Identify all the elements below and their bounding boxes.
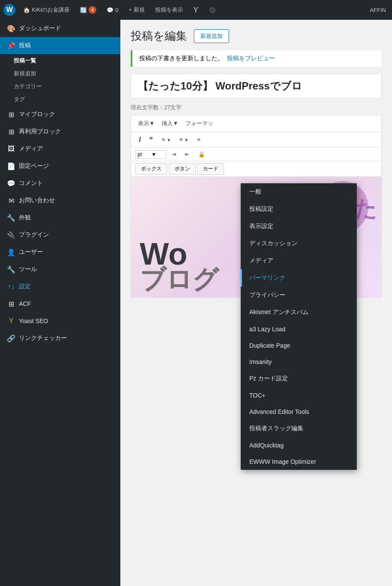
dashboard-icon: 🎨: [7, 24, 15, 33]
page-title: 投稿を編集: [131, 28, 187, 43]
sidebar-item-acf[interactable]: ⊞ ACF: [0, 295, 120, 312]
indent-button[interactable]: ⇥: [168, 149, 180, 159]
box-button[interactable]: ボックス: [135, 163, 167, 175]
settings-menu-item-general[interactable]: 一般: [241, 183, 357, 200]
posts-icon: 📌: [7, 41, 15, 50]
sidebar-item-myblocks[interactable]: ⊞ マイブロック: [0, 106, 120, 123]
settings-menu-item-duplicate[interactable]: Duplicate Page: [241, 337, 357, 354]
sidebar-item-comments[interactable]: 💬 コメント: [0, 175, 120, 192]
user-menu[interactable]: ⚫: [206, 5, 218, 15]
main-layout: 🎨 ダッシュボード 📌 投稿 投稿一覧 新規追加 カテゴリー タグ ⊞ マイブロ…: [0, 0, 392, 586]
sidebar-item-contact[interactable]: ✉ お問い合わせ: [0, 192, 120, 209]
yoast-icon: Y: [7, 317, 15, 325]
settings-menu-item-addquicktag[interactable]: AddQuicktag: [241, 437, 357, 453]
affin-link[interactable]: AFFIN: [367, 5, 389, 15]
notice-text: 投稿の下書きを更新しました。: [139, 55, 224, 62]
pages-icon: 📄: [7, 162, 15, 170]
preview-blog-text: ブログ: [140, 262, 218, 297]
sidebar-item-dashboard[interactable]: 🎨 ダッシュボード: [0, 20, 120, 37]
sidebar: 🎨 ダッシュボード 📌 投稿 投稿一覧 新規追加 カテゴリー タグ ⊞ マイブロ…: [0, 20, 120, 586]
sidebar-item-plugins[interactable]: 🔌 プラグイン: [0, 226, 120, 244]
settings-menu-item-post-settings[interactable]: 投稿設定: [241, 200, 357, 218]
more-button[interactable]: ≡: [194, 135, 204, 145]
appearance-icon: 🔧: [7, 213, 15, 222]
update-notice: 投稿の下書きを更新しました。 投稿をプレビュー: [131, 50, 382, 67]
edit-post-header: 投稿を編集 新規追加: [120, 20, 392, 50]
list-button[interactable]: ≡ ▼: [158, 135, 174, 145]
sidebar-item-posts-list[interactable]: 投稿一覧: [7, 54, 120, 67]
linkchecker-icon: 🔗: [7, 334, 15, 342]
settings-menu-item-permalink[interactable]: パーマリンク: [241, 269, 357, 287]
settings-menu-item-akismet[interactable]: Akismet アンチスパム: [241, 304, 357, 321]
preview-ta-text: た: [354, 194, 377, 224]
acf-icon: ⊞: [7, 299, 15, 308]
sidebar-item-posts-new[interactable]: 新規追加: [7, 67, 120, 80]
posts-submenu: 投稿一覧 新規追加 カテゴリー タグ: [0, 54, 120, 106]
quote-button[interactable]: ❝: [146, 134, 156, 145]
ordered-list-button[interactable]: ≡ ▼: [176, 135, 192, 145]
settings-menu-item-a3lazy[interactable]: a3 Lazy Load: [241, 321, 357, 337]
sidebar-item-media[interactable]: 🖼 メディア: [0, 140, 120, 157]
editor-toolbar-row4: ボックス ボタン カード: [131, 161, 381, 177]
sidebar-item-appearance[interactable]: 🔧 外観: [0, 209, 120, 226]
site-name[interactable]: 🏠 KiKiのお金講座: [21, 4, 72, 15]
plugins-icon: 🔌: [7, 231, 15, 239]
settings-dropdown-menu: 一般 投稿設定 表示設定 ディスカッション メディア パーマリンク プライバシー…: [241, 183, 357, 470]
users-icon: 👤: [7, 248, 15, 256]
sidebar-item-reusable[interactable]: ⊞ 再利用ブロック: [0, 123, 120, 140]
settings-menu-item-advanced-editor[interactable]: Advanced Editor Tools: [241, 404, 357, 420]
outdent-button[interactable]: ⇤: [181, 149, 193, 159]
sidebar-item-settings[interactable]: ↑↓ 設定: [0, 278, 120, 295]
settings-menu-item-discussion[interactable]: ディスカッション: [241, 235, 357, 252]
reusable-icon: ⊞: [7, 127, 15, 136]
editor-toolbar-row1: 表示▼ 挿入▼ フォーマッ: [131, 115, 381, 132]
myblocks-icon: ⊞: [7, 110, 15, 119]
sidebar-item-users[interactable]: 👤 ユーザー: [0, 244, 120, 261]
post-title-field[interactable]: 【たった10分】 WordPressでブロ: [131, 74, 382, 99]
sidebar-item-posts[interactable]: 📌 投稿: [0, 37, 120, 54]
italic-button[interactable]: I: [135, 134, 144, 145]
yoast-adminbar[interactable]: Y: [191, 4, 201, 16]
sidebar-item-linkchecker[interactable]: 🔗 リンクチェッカー: [0, 330, 120, 347]
tools-icon: 🔧: [7, 265, 15, 274]
view-post-link[interactable]: 投稿を表示: [153, 4, 186, 15]
wp-logo[interactable]: W: [3, 4, 15, 16]
updates-link[interactable]: 🔄 4: [77, 4, 99, 15]
settings-menu-item-privacy[interactable]: プライバシー: [241, 287, 357, 304]
new-post-button[interactable]: 新規追加: [194, 29, 229, 43]
sidebar-item-tools[interactable]: 🔧 ツール: [0, 261, 120, 278]
sidebar-item-categories[interactable]: カテゴリー: [7, 80, 120, 93]
settings-menu-item-ewww[interactable]: EWWW Image Optimizer: [241, 453, 357, 470]
media-icon: 🖼: [7, 145, 15, 153]
sidebar-item-tags[interactable]: タグ: [7, 93, 120, 106]
editor-toolbar-row3: pt ▼ ⇥ ⇤ 🔒: [131, 148, 381, 161]
char-count: 現在文字数：27文字: [131, 104, 382, 111]
preview-link[interactable]: 投稿をプレビュー: [227, 55, 275, 62]
settings-icon: ↑↓: [7, 282, 15, 291]
format-dropdown[interactable]: フォーマッ: [183, 118, 216, 129]
lock-button[interactable]: 🔒: [195, 149, 208, 159]
button-button[interactable]: ボタン: [169, 163, 196, 175]
settings-menu-item-toc[interactable]: TOC+: [241, 387, 357, 404]
view-dropdown[interactable]: 表示▼: [135, 118, 157, 129]
insert-dropdown[interactable]: 挿入▼: [159, 118, 181, 129]
new-post-link[interactable]: + 新規: [126, 4, 147, 15]
settings-menu-item-media[interactable]: メディア: [241, 252, 357, 269]
card-button[interactable]: カード: [197, 163, 224, 175]
contact-icon: ✉: [7, 196, 15, 205]
font-size-select[interactable]: pt ▼: [135, 150, 166, 159]
comments-icon: 💬: [7, 179, 15, 188]
settings-menu-item-pz[interactable]: Pz カード設定: [241, 370, 357, 387]
admin-bar: W 🏠 KiKiのお金講座 🔄 4 💬 0 + 新規 投稿を表示 Y ⚫ AFF…: [0, 0, 392, 20]
settings-menu-item-author-slug[interactable]: 投稿者スラッグ編集: [241, 420, 357, 437]
sidebar-item-pages[interactable]: 📄 固定ページ: [0, 157, 120, 175]
settings-menu-item-display[interactable]: 表示設定: [241, 218, 357, 235]
main-content: 投稿を編集 新規追加 投稿の下書きを更新しました。 投稿をプレビュー 【たった1…: [120, 20, 392, 586]
settings-menu-item-imsanity[interactable]: Imsanity: [241, 354, 357, 370]
editor-toolbar-row2: I ❝ ≡ ▼ ≡ ▼ ≡: [131, 132, 381, 148]
comments-link[interactable]: 💬 0: [104, 5, 121, 15]
sidebar-item-yoast[interactable]: Y Yoast SEO: [0, 312, 120, 330]
